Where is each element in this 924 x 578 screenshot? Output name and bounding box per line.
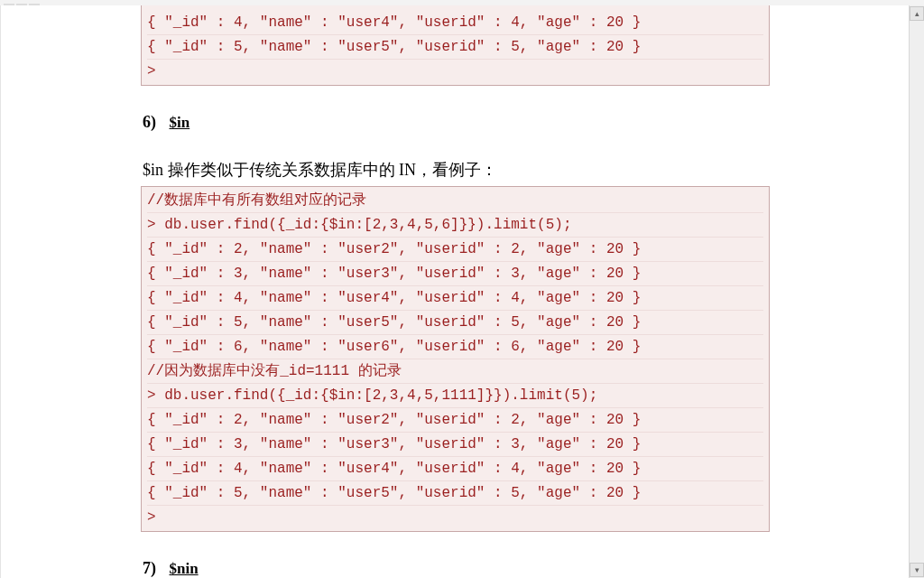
scroll-down-arrow-icon[interactable]: ▾ [910,563,924,577]
section-7-heading: 7) $nin [143,559,770,578]
operator-name-nin: $nin [170,560,199,577]
code-line: { "_id" : 4, "name" : "user4", "userid" … [147,286,763,311]
section-number: 6) [143,113,156,131]
code-line: > [147,60,763,83]
section-number: 7) [143,559,156,577]
code-line: { "_id" : 6, "name" : "user6", "userid" … [147,335,763,359]
section-6-heading: 6) $in [143,113,770,132]
section-6-paragraph: $in 操作类似于传统关系数据库中的 IN，看例子： [143,159,770,181]
code-line: { "_id" : 5, "name" : "user5", "userid" … [147,35,763,60]
code-line: { "_id" : 2, "name" : "user2", "userid" … [147,238,763,262]
operator-name-in: $in [170,114,190,131]
code-line: { "_id" : 3, "name" : "user3", "userid" … [147,433,763,457]
code-line: //因为数据库中没有_id=1111 的记录 [147,359,763,384]
scroll-up-arrow-icon[interactable]: ▴ [910,6,924,21]
code-block-top: { "_id" : 4, "name" : "user4", "userid" … [141,5,770,86]
code-line: { "_id" : 2, "name" : "user2", "userid" … [147,408,763,433]
vertical-scrollbar[interactable]: ▴ ▾ [909,5,924,578]
code-line: { "_id" : 5, "name" : "user5", "userid" … [147,481,763,506]
code-line: { "_id" : 4, "name" : "user4", "userid" … [147,11,763,35]
code-line: { "_id" : 3, "name" : "user3", "userid" … [147,262,763,286]
code-line: { "_id" : 4, "name" : "user4", "userid" … [147,457,763,481]
code-line: > db.user.find({_id:{$in:[2,3,4,5,6]}}).… [147,213,763,238]
code-block-in: //数据库中有所有数组对应的记录> db.user.find({_id:{$in… [141,186,770,532]
code-line: > db.user.find({_id:{$in:[2,3,4,5,1111]}… [147,384,763,408]
code-line: //数据库中有所有数组对应的记录 [147,189,763,213]
document-page: { "_id" : 4, "name" : "user4", "userid" … [0,5,910,578]
code-line: { "_id" : 5, "name" : "user5", "userid" … [147,311,763,335]
code-line: > [147,506,763,529]
